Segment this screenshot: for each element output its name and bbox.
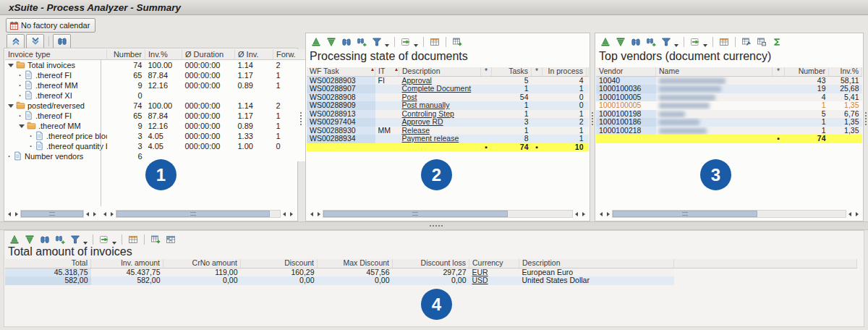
column-header[interactable]: Ø Inv. [235,49,273,60]
export-icon[interactable] [399,35,413,49]
dropdown-caret-icon[interactable] [703,44,707,47]
scroll-right-icon[interactable] [91,210,98,218]
column-header[interactable]: Discount [241,259,318,268]
find-icon[interactable] [38,233,52,247]
column-header[interactable] [674,259,857,268]
tree-expander-icon[interactable] [8,64,14,67]
cell-link[interactable]: Complete Document [402,85,472,93]
cell-link[interactable]: Payment release [402,135,459,143]
scrollbar-track[interactable] [20,210,84,218]
filter-icon[interactable] [68,233,82,247]
find-next-icon[interactable] [53,233,67,247]
tree-item-label[interactable]: .thereof MM [35,81,78,90]
find-next-icon[interactable] [644,35,658,49]
column-header[interactable]: Inv.% [145,49,182,60]
tree-item-label[interactable]: .thereof XI [35,91,72,100]
sort-descending-icon[interactable] [613,35,628,49]
sort-descending-icon[interactable] [324,35,339,49]
column-header[interactable]: * [481,67,492,76]
tree-item-label[interactable]: .thereof quantity blocked [46,142,107,151]
vertical-splitter[interactable] [864,33,868,221]
table-scrollbar[interactable] [308,209,587,219]
cell-link[interactable]: USD [472,276,488,284]
table-settings-icon[interactable] [717,35,731,49]
column-header[interactable]: Total [5,259,91,268]
no-factory-calendar-button[interactable]: No factory calendar [6,18,95,33]
sort-ascending-icon[interactable] [7,233,22,247]
tree-data-scrollbar[interactable] [101,209,295,219]
scroll-right-icon[interactable] [13,210,20,218]
export-icon[interactable] [97,233,111,247]
column-header[interactable]: CrNo amount [163,259,241,268]
scrollbar-thumb[interactable] [613,211,757,217]
find-next-icon[interactable] [354,35,369,49]
column-header[interactable]: Description [519,259,674,268]
dropdown-caret-icon[interactable] [414,44,418,47]
scrollbar-thumb[interactable] [21,211,83,217]
column-header[interactable]: WF Task [307,67,375,76]
column-header[interactable]: Currency [469,259,519,268]
scroll-right-icon[interactable] [315,210,323,218]
scroll-left-icon[interactable] [573,210,580,218]
scrollbar-track[interactable] [323,210,573,218]
cell-link[interactable]: Post manually [402,101,450,109]
cell-link[interactable]: Approve RD [402,118,443,126]
scrollbar-thumb[interactable] [116,211,270,217]
views-icon[interactable] [148,233,163,247]
scrollbar-track[interactable] [116,210,281,218]
scroll-left-icon[interactable] [846,210,854,218]
table-settings-icon[interactable] [427,35,442,49]
sort-ascending-icon[interactable] [309,35,323,49]
column-header[interactable]: Description [399,67,481,76]
scroll-right-icon[interactable] [854,210,861,218]
column-header[interactable]: Max Discount [318,259,393,268]
find-icon[interactable] [339,35,354,49]
column-header[interactable]: * [532,67,542,76]
dropdown-caret-icon[interactable] [112,242,116,245]
column-header[interactable]: Ø Duration [182,49,235,60]
tree-column-scrollbar[interactable] [6,209,98,219]
scroll-left-icon[interactable] [281,210,288,218]
collapse-all-icon[interactable] [7,34,25,49]
column-header[interactable]: IT [375,67,399,76]
cell-link[interactable]: EUR [472,268,488,276]
dropdown-caret-icon[interactable] [83,242,88,245]
layout-color-icon[interactable] [163,233,178,247]
column-header[interactable]: Number [785,67,829,76]
chart-view-icon[interactable] [739,35,754,49]
column-header[interactable]: Vendor [596,67,656,76]
tree-item-label[interactable]: Number vendors [25,152,83,161]
expand-all-icon[interactable] [26,34,44,49]
sort-ascending-icon[interactable] [598,35,613,49]
scroll-right-icon[interactable] [605,210,612,218]
column-header[interactable]: Discount loss [393,259,469,268]
dropdown-caret-icon[interactable] [385,44,389,47]
filter-icon[interactable] [659,35,673,49]
tree-item-label[interactable]: .thereof price blocked [46,132,107,140]
column-header[interactable]: Invoice type [5,49,107,60]
scroll-left-icon[interactable] [308,210,315,218]
sum-icon[interactable] [770,35,784,49]
scroll-right-icon[interactable] [288,210,295,218]
tree-item-label[interactable]: posted/reversed [27,101,85,110]
column-header[interactable]: * [773,67,785,76]
find-icon[interactable] [53,34,71,49]
find-icon[interactable] [629,35,643,49]
column-header[interactable]: Name [656,67,773,76]
master-detail-icon[interactable] [754,35,769,49]
column-header[interactable]: In Proc.% [587,67,589,76]
scrollbar-thumb[interactable] [323,211,508,217]
horizontal-splitter[interactable] [0,221,868,230]
table-scrollbar[interactable] [597,209,861,219]
sort-descending-icon[interactable] [22,233,37,247]
dropdown-caret-icon[interactable] [674,44,678,47]
scroll-right-icon[interactable] [109,210,116,218]
cell-link[interactable]: Post [402,93,417,101]
tree-expander-icon[interactable] [19,124,25,128]
tree-item-label[interactable]: Total invoices [27,61,75,69]
scroll-left-icon[interactable] [84,210,91,218]
views-icon[interactable] [450,35,464,49]
tree-expander-icon[interactable] [8,104,14,108]
export-icon[interactable] [688,35,702,49]
cell-link[interactable]: Release [402,127,430,135]
